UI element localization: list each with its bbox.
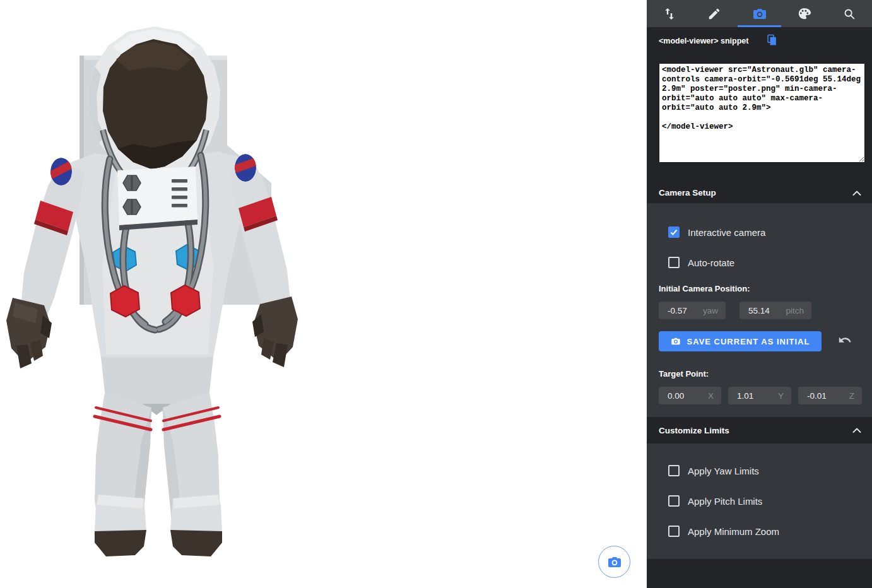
chevron-up-icon	[852, 428, 861, 433]
customize-limits-header[interactable]: Customize Limits	[647, 417, 872, 444]
apply-yaw-limits-checkbox-row[interactable]: Apply Yaw Limits	[668, 462, 759, 479]
toolbar	[647, 0, 872, 27]
save-current-as-initial-button[interactable]: SAVE CURRENT AS INITIAL	[659, 331, 822, 351]
target-point-label: Target Point:	[659, 369, 709, 379]
import-export-icon	[662, 6, 677, 21]
editor-panel: <model-viewer> snippet <model-viewer src…	[647, 0, 872, 588]
pencil-icon	[707, 7, 721, 21]
undo-icon[interactable]	[838, 333, 852, 347]
snippet-header: <model-viewer> snippet	[659, 35, 748, 47]
target-x-input[interactable]	[659, 391, 708, 401]
checkbox-unchecked-icon	[668, 465, 680, 476]
target-z-suffix: Z	[849, 391, 862, 401]
checkbox-unchecked-icon	[668, 257, 680, 268]
chevron-up-icon	[852, 191, 861, 196]
apply-minimum-zoom-checkbox-row[interactable]: Apply Minimum Zoom	[668, 523, 779, 539]
initial-camera-position-label: Initial Camera Position:	[659, 284, 750, 293]
screenshot-fab-button[interactable]	[598, 546, 630, 578]
target-y-input[interactable]	[728, 391, 778, 401]
pitch-input[interactable]	[739, 306, 786, 315]
camera-icon	[752, 6, 767, 21]
tab-materials[interactable]	[782, 0, 827, 27]
palette-icon	[797, 6, 811, 21]
target-y-suffix: Y	[778, 391, 791, 401]
tab-import-export[interactable]	[647, 0, 692, 27]
pitch-suffix: pitch	[786, 306, 811, 315]
snippet-title: <model-viewer> snippet	[659, 37, 748, 45]
apply-pitch-limits-checkbox-row[interactable]: Apply Pitch Limits	[668, 493, 762, 509]
camera-setup-section: Interactive camera Auto-rotate Initial C…	[647, 203, 872, 417]
model-viewer-editor: <model-viewer> snippet <model-viewer src…	[0, 0, 872, 588]
yaw-input[interactable]	[659, 306, 703, 315]
yaw-field: yaw	[659, 302, 726, 319]
camera-setup-header[interactable]: Camera Setup	[647, 182, 872, 203]
checkbox-unchecked-icon	[668, 495, 680, 507]
tab-inspector[interactable]	[827, 0, 872, 27]
target-z-input[interactable]	[798, 391, 849, 401]
model-viewer-canvas[interactable]	[0, 0, 647, 588]
save-button-label: SAVE CURRENT AS INITIAL	[687, 337, 810, 346]
snippet-code-textarea[interactable]: <model-viewer src="Astronaut.glb" camera…	[659, 63, 865, 163]
target-y-field: Y	[728, 387, 791, 404]
search-icon	[842, 7, 856, 21]
target-z-field: Z	[798, 387, 862, 404]
tab-camera[interactable]	[737, 0, 782, 27]
camera-icon	[607, 555, 622, 570]
pitch-field: pitch	[739, 302, 811, 319]
copy-icon[interactable]	[767, 34, 777, 46]
customize-limits-section: Apply Yaw Limits Apply Pitch Limits Appl…	[647, 444, 872, 559]
customize-limits-title: Customize Limits	[659, 426, 729, 435]
target-point-fields: X Y Z	[647, 387, 872, 404]
checkbox-unchecked-icon	[668, 526, 680, 537]
interactive-camera-checkbox-row[interactable]: Interactive camera	[668, 224, 765, 240]
apply-yaw-limits-label: Apply Yaw Limits	[688, 466, 759, 476]
target-x-field: X	[659, 387, 721, 404]
astronaut-3d-model	[0, 0, 647, 588]
camera-setup-title: Camera Setup	[659, 188, 716, 197]
tab-edit[interactable]	[692, 0, 736, 27]
interactive-camera-label: Interactive camera	[688, 227, 765, 238]
yaw-suffix: yaw	[703, 306, 726, 315]
auto-rotate-checkbox-row[interactable]: Auto-rotate	[668, 254, 734, 271]
checkbox-checked-icon	[668, 226, 680, 238]
initial-camera-position-fields: yaw pitch	[647, 302, 872, 319]
auto-rotate-label: Auto-rotate	[688, 257, 734, 268]
apply-minimum-zoom-label: Apply Minimum Zoom	[688, 526, 779, 537]
target-x-suffix: X	[708, 391, 721, 401]
camera-icon	[671, 336, 681, 346]
apply-pitch-limits-label: Apply Pitch Limits	[688, 496, 762, 507]
